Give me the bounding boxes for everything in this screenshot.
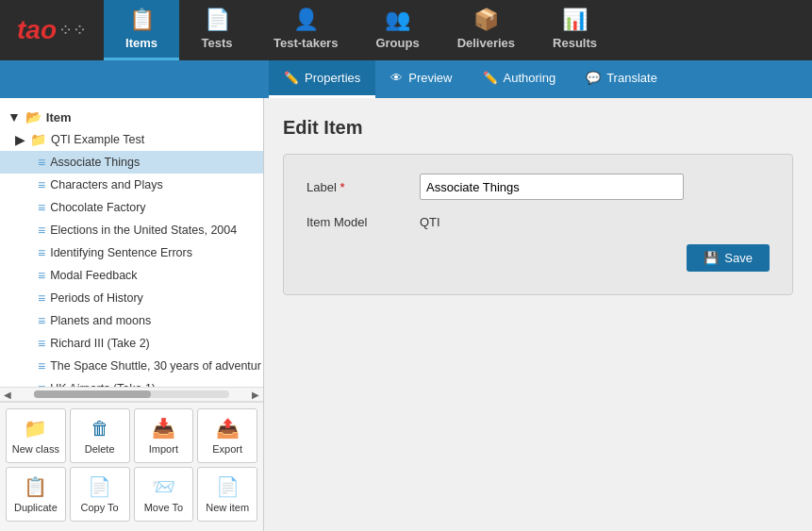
duplicate-button[interactable]: 📋 Duplicate [6, 467, 66, 522]
tree-area[interactable]: ▼ 📂 Item ▶ 📁 QTI Example Test ≡ Associat… [0, 98, 263, 387]
tree-item-7[interactable]: ≡ Planets and moons [0, 309, 263, 332]
tree-item-8[interactable]: ≡ Richard III (Take 2) [0, 332, 263, 355]
import-icon: 📥 [152, 417, 175, 440]
tree-item-label-3: Elections in the United States, 2004 [50, 224, 237, 237]
tree-item-6[interactable]: ≡ Periods of History [0, 287, 263, 309]
item-icon-9: ≡ [38, 358, 45, 373]
nav-item-groups[interactable]: 👥 Groups [356, 0, 438, 60]
label-input[interactable] [420, 174, 684, 200]
app-logo: tao ⁘⁘ [0, 0, 104, 60]
tree-item-label-2: Chocolate Factory [50, 201, 145, 214]
content-area: Edit Item Label * Item Model QTI 💾 Save [264, 98, 812, 531]
form-panel: Label * Item Model QTI 💾 Save [283, 154, 793, 295]
save-icon: 💾 [704, 251, 719, 265]
nav-label-test-takers: Test-takers [273, 36, 338, 50]
logo-text: tao [17, 15, 57, 45]
tab-authoring-label: Authoring [504, 71, 556, 85]
move-to-icon: 📨 [152, 475, 175, 498]
nav-label-groups: Groups [375, 36, 419, 50]
import-button[interactable]: 📥 Import [134, 408, 194, 463]
export-icon: 📤 [216, 417, 240, 440]
deliveries-icon: 📦 [473, 8, 499, 32]
tab-translate[interactable]: 💬 Translate [571, 60, 672, 98]
action-buttons-area: 📁 New class 🗑 Delete 📥 Import 📤 Export [0, 402, 263, 531]
tree-item-9[interactable]: ≡ The Space Shuttle, 30 years of adventu… [0, 355, 263, 377]
tree-root[interactable]: ▼ 📂 Item [0, 106, 263, 128]
main-layout: ▼ 📂 Item ▶ 📁 QTI Example Test ≡ Associat… [0, 98, 812, 531]
nav-item-items[interactable]: 📋 Items [104, 0, 179, 60]
export-button[interactable]: 📤 Export [197, 408, 257, 463]
new-class-icon: 📁 [24, 417, 47, 440]
nav-item-tests[interactable]: 📄 Tests [179, 0, 255, 60]
preview-icon: 👁 [390, 71, 403, 85]
scrollbar-thumb [34, 390, 151, 398]
tree-root-label: Item [46, 110, 72, 124]
import-label: Import [149, 443, 178, 455]
tree-folder-label: QTI Example Test [51, 133, 144, 146]
delete-label: Delete [85, 443, 115, 455]
item-icon-3: ≡ [38, 223, 45, 238]
tree-item-3[interactable]: ≡ Elections in the United States, 2004 [0, 219, 263, 241]
results-icon: 📊 [562, 8, 588, 32]
nav-label-tests: Tests [202, 36, 233, 50]
tree-item-4[interactable]: ≡ Identifying Sentence Errors [0, 241, 263, 264]
groups-icon: 👥 [385, 8, 410, 32]
item-icon-8: ≡ [38, 336, 45, 351]
copy-to-button[interactable]: 📄 Copy To [70, 467, 130, 522]
delete-button[interactable]: 🗑 Delete [70, 408, 130, 463]
tree-item-label-7: Planets and moons [50, 314, 151, 327]
tree-item-1[interactable]: ≡ Characters and Plays [0, 174, 263, 196]
scrollbar-track[interactable] [34, 390, 229, 398]
item-icon-7: ≡ [38, 313, 45, 328]
nav-label-deliveries: Deliveries [457, 36, 515, 50]
tab-preview[interactable]: 👁 Preview [375, 60, 467, 98]
tree-item-0[interactable]: ≡ Associate Things [0, 151, 263, 174]
tab-preview-label: Preview [408, 71, 452, 85]
tree-item-label-5: Modal Feedback [50, 269, 137, 282]
test-takers-icon: 👤 [293, 8, 319, 32]
move-to-button[interactable]: 📨 Move To [134, 467, 194, 522]
new-item-button[interactable]: 📄 New item [197, 467, 257, 522]
tab-authoring[interactable]: ✏️ Authoring [468, 60, 572, 98]
item-model-form-row: Item Model QTI [307, 215, 770, 229]
tests-icon: 📄 [205, 8, 230, 32]
duplicate-label: Duplicate [14, 502, 58, 513]
new-class-label: New class [12, 443, 59, 455]
export-label: Export [212, 443, 242, 455]
label-field-label: Label * [307, 180, 420, 194]
save-label: Save [724, 251, 753, 265]
nav-item-results[interactable]: 📊 Results [534, 0, 616, 60]
tab-properties-label: Properties [305, 71, 360, 85]
nav-item-deliveries[interactable]: 📦 Deliveries [439, 0, 534, 60]
folder-expand-icon: ▶ [15, 132, 25, 147]
item-icon-4: ≡ [38, 245, 45, 260]
scroll-right-arrow[interactable]: ▶ [248, 387, 263, 402]
tree-item-label-6: Periods of History [50, 291, 143, 305]
properties-icon: ✏️ [284, 71, 299, 85]
tree-item-2[interactable]: ≡ Chocolate Factory [0, 196, 263, 219]
tree-item-10[interactable]: ≡ UK Airports (Take 1) [0, 377, 263, 387]
nav-items: 📋 Items 📄 Tests 👤 Test-takers 👥 Groups 📦… [104, 0, 812, 60]
scroll-left-arrow[interactable]: ◀ [0, 387, 15, 402]
tree-item-label-4: Identifying Sentence Errors [50, 246, 192, 259]
move-to-label: Move To [144, 502, 183, 513]
tree-item-label-8: Richard III (Take 2) [50, 337, 150, 350]
duplicate-icon: 📋 [24, 475, 47, 498]
save-button[interactable]: 💾 Save [687, 244, 770, 272]
horizontal-scrollbar[interactable]: ◀ ▶ [0, 387, 263, 402]
folder-icon: 📁 [30, 132, 46, 147]
sidebar: ▼ 📂 Item ▶ 📁 QTI Example Test ≡ Associat… [0, 98, 264, 531]
item-icon-1: ≡ [38, 177, 45, 192]
tree-item-5[interactable]: ≡ Modal Feedback [0, 264, 263, 287]
item-model-value: QTI [420, 215, 440, 229]
tab-properties[interactable]: ✏️ Properties [269, 60, 375, 98]
tree-item-label-1: Characters and Plays [50, 178, 163, 191]
tree-folder-qti[interactable]: ▶ 📁 QTI Example Test [0, 128, 263, 151]
item-icon-2: ≡ [38, 200, 45, 215]
item-icon-5: ≡ [38, 268, 45, 283]
item-icon-6: ≡ [38, 290, 45, 306]
nav-label-results: Results [553, 36, 597, 50]
nav-item-test-takers[interactable]: 👤 Test-takers [255, 0, 356, 60]
sub-tabs-bar: ✏️ Properties 👁 Preview ✏️ Authoring 💬 T… [0, 60, 812, 98]
new-class-button[interactable]: 📁 New class [6, 408, 66, 463]
